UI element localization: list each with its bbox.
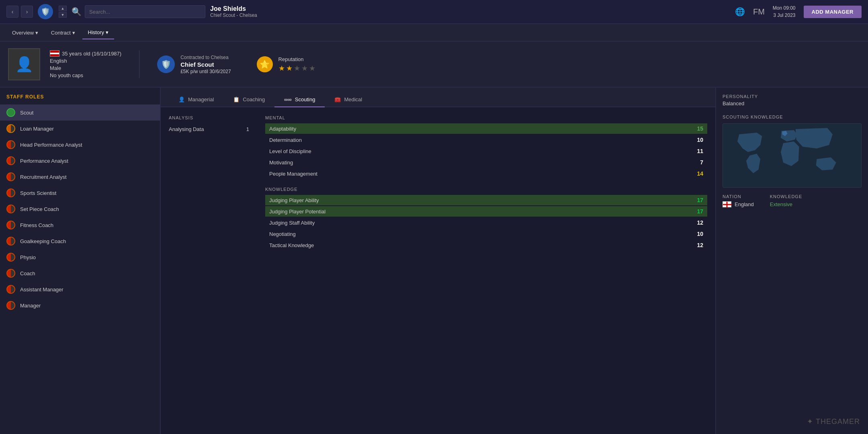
- role-name-manager: Manager: [20, 303, 41, 309]
- analysis-section: ANALYSIS Analysing Data 1: [169, 115, 249, 428]
- role-icon-head-performance: [6, 140, 15, 149]
- tab-history[interactable]: History ▾: [82, 26, 114, 39]
- role-goalkeeping-coach[interactable]: Goalkeeping Coach: [0, 233, 160, 249]
- forward-button[interactable]: ›: [21, 6, 33, 18]
- club-badge-icon: 🛡️: [38, 4, 53, 19]
- profile-nationality: English: [50, 58, 121, 64]
- tab-scouting[interactable]: ∞∞ Scouting: [274, 92, 325, 107]
- top-bar-right: 🌐 FM Mon 09:00 3 Jul 2023 ADD MANAGER: [735, 4, 862, 19]
- medical-icon: 🧰: [334, 96, 341, 102]
- datetime: Mon 09:00 3 Jul 2023: [773, 4, 796, 19]
- role-fitness-coach[interactable]: Fitness Coach: [0, 217, 160, 233]
- attr-determination: Determination 10: [265, 135, 707, 145]
- contract-info: 🛡️ Contracted to Chelsea Chief Scout £5K…: [157, 55, 231, 74]
- tab-overview[interactable]: Overview ▾: [6, 27, 44, 39]
- attr-motivating: Motivating 7: [265, 157, 707, 168]
- attr-val-jpp: 17: [697, 208, 703, 215]
- role-name-physio: Physio: [20, 254, 36, 260]
- tab-scouting-label: Scouting: [295, 96, 315, 102]
- job-title: Chief Scout: [180, 61, 231, 68]
- role-name-head-performance: Head Performance Analyst: [20, 142, 82, 148]
- contract-badge-icon: 🛡️: [157, 55, 175, 73]
- role-coach[interactable]: Coach: [0, 265, 160, 281]
- knowledge-value-england: Extensive: [770, 201, 802, 207]
- star-3: ★: [294, 64, 300, 73]
- attr-adaptability: Adaptability 15: [265, 123, 707, 134]
- role-performance-analyst[interactable]: Performance Analyst: [0, 153, 160, 169]
- rep-details: Reputation ★ ★ ★ ★ ★: [278, 56, 315, 73]
- tab-coaching[interactable]: 📋 Coaching: [223, 92, 274, 107]
- role-set-piece-coach[interactable]: Set Piece Coach: [0, 201, 160, 217]
- attr-negotiating: Negotiating 10: [265, 229, 707, 239]
- role-icon-coach: [6, 269, 15, 278]
- attr-val-level-of-discipline: 11: [697, 148, 703, 154]
- skills-content: ANALYSIS Analysing Data 1 MENTAL Adaptab…: [161, 107, 715, 434]
- role-head-performance[interactable]: Head Performance Analyst: [0, 137, 160, 153]
- role-icon-assistant-manager: [6, 285, 15, 294]
- attr-val-adaptability: 15: [697, 125, 703, 132]
- star-4: ★: [301, 64, 308, 73]
- right-panel: PERSONALITY Balanced SCOUTING KNOWLEDGE: [715, 88, 868, 434]
- role-icon-physio: [6, 253, 15, 262]
- nation-name-england: England: [735, 201, 754, 207]
- attr-name-adaptability: Adaptability: [269, 126, 296, 132]
- knowledge-group: KNOWLEDGE Judging Player Ability 17 Judg…: [265, 187, 707, 250]
- nav-arrows: ‹ ›: [6, 6, 33, 18]
- tab-medical[interactable]: 🧰 Medical: [325, 92, 372, 107]
- role-recruitment-analyst[interactable]: Recruitment Analyst: [0, 169, 160, 185]
- tab-contract[interactable]: Contract ▾: [45, 27, 81, 39]
- role-loan-manager[interactable]: Loan Manager: [0, 121, 160, 137]
- star-5: ★: [309, 64, 315, 73]
- role-name-assistant-manager: Assistant Manager: [20, 287, 63, 293]
- role-icon-fitness-coach: [6, 221, 15, 229]
- contract-details: Contracted to Chelsea Chief Scout £5K p/…: [180, 55, 231, 74]
- attr-name-jpa: Judging Player Ability: [269, 197, 319, 203]
- globe-icon[interactable]: 🌐: [735, 7, 745, 16]
- role-manager[interactable]: Manager: [0, 297, 160, 313]
- role-sports-scientist[interactable]: Sports Scientist: [0, 185, 160, 201]
- nation-knowledge: NATION England KNOWLEDGE Extensive: [723, 194, 862, 207]
- datetime-line2: 3 Jul 2023: [773, 12, 796, 19]
- badge-down[interactable]: ▼: [59, 12, 67, 18]
- search-input[interactable]: [85, 5, 205, 18]
- knowledge-col-label: KNOWLEDGE: [770, 194, 802, 199]
- profile-age: 35 years old (16/10/1987): [62, 51, 121, 57]
- role-assistant-manager[interactable]: Assistant Manager: [0, 281, 160, 297]
- attr-val-motivating: 7: [700, 159, 703, 166]
- attr-val-people-management: 14: [697, 170, 703, 177]
- role-name-coach: Coach: [20, 270, 35, 276]
- center-content: 👤 Managerial 📋 Coaching ∞∞ Scouting 🧰 Me…: [161, 88, 715, 434]
- badge-up[interactable]: ▲: [59, 6, 67, 11]
- badge-nav: ▲ ▼: [59, 6, 67, 18]
- fm-logo: FM: [753, 7, 765, 16]
- skills-tabs: 👤 Managerial 📋 Coaching ∞∞ Scouting 🧰 Me…: [161, 88, 715, 107]
- role-icon-performance-analyst: [6, 156, 15, 165]
- add-manager-button[interactable]: ADD MANAGER: [804, 6, 862, 18]
- attr-judging-staff-ability: Judging Staff Ability 12: [265, 217, 707, 228]
- knowledge-col: KNOWLEDGE Extensive: [770, 194, 802, 207]
- attr-name-level-of-discipline: Level of Discipline: [269, 148, 311, 154]
- tab-managerial[interactable]: 👤 Managerial: [169, 92, 223, 107]
- nav-tabs-bar: Overview ▾ Contract ▾ History ▾: [0, 24, 868, 42]
- role-scout[interactable]: Scout: [0, 104, 160, 121]
- nation-entry-england: England: [723, 201, 754, 207]
- attr-val-determination: 10: [697, 137, 703, 143]
- salary: £5K p/w until 30/6/2027: [180, 69, 231, 74]
- tab-managerial-label: Managerial: [188, 96, 214, 102]
- analysis-value: 1: [246, 126, 249, 132]
- attr-val-jsa: 12: [697, 219, 703, 226]
- attr-tactical-knowledge: Tactical Knowledge 12: [265, 240, 707, 250]
- reputation-label: Reputation: [278, 56, 315, 62]
- attr-name-motivating: Motivating: [269, 160, 293, 166]
- back-button[interactable]: ‹: [6, 6, 18, 18]
- person-name: Joe Shields: [210, 5, 257, 12]
- role-name-loan-manager: Loan Manager: [20, 126, 54, 132]
- role-physio[interactable]: Physio: [0, 249, 160, 265]
- attr-name-people-management: People Management: [269, 171, 317, 177]
- thegamer-logo: ✦ THEGAMER: [807, 417, 860, 426]
- star-1: ★: [278, 64, 285, 73]
- staff-roles-title: STAFF ROLES: [0, 94, 160, 104]
- reputation-icon: ⭐: [257, 56, 273, 72]
- reputation-info: ⭐ Reputation ★ ★ ★ ★ ★: [257, 56, 315, 73]
- mental-label: MENTAL: [265, 115, 707, 120]
